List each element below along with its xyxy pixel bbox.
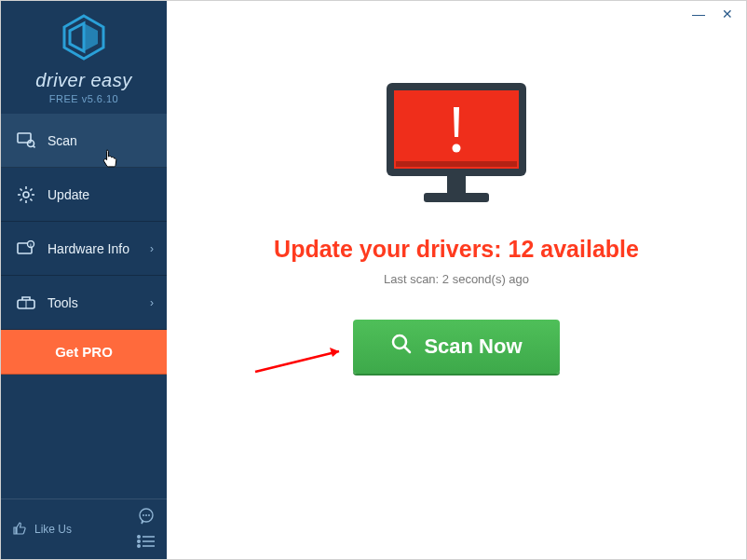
last-scan-text: Last scan: 2 second(s) ago bbox=[384, 272, 529, 286]
like-us-label: Like Us bbox=[34, 523, 72, 536]
alert-monitor-icon bbox=[377, 75, 536, 219]
brand-block: driver easy FREE v5.6.10 bbox=[1, 1, 167, 114]
svg-point-26 bbox=[138, 545, 140, 547]
update-headline: Update your drivers: 12 available bbox=[274, 236, 639, 263]
menu-list-icon[interactable] bbox=[137, 535, 156, 552]
nav-item-scan[interactable]: Scan bbox=[1, 114, 167, 168]
magnify-icon bbox=[390, 333, 413, 361]
svg-point-20 bbox=[145, 514, 147, 516]
gear-icon bbox=[16, 185, 36, 204]
nav-item-tools[interactable]: Tools › bbox=[1, 276, 167, 330]
chevron-right-icon: › bbox=[150, 242, 154, 255]
feedback-icon[interactable] bbox=[137, 507, 156, 529]
svg-line-11 bbox=[20, 198, 22, 200]
svg-line-12 bbox=[30, 188, 32, 190]
svg-point-4 bbox=[23, 192, 29, 198]
thumbs-up-icon bbox=[12, 521, 27, 539]
app-name: driver easy bbox=[35, 70, 131, 91]
svg-point-24 bbox=[138, 540, 140, 542]
sidebar: driver easy FREE v5.6.10 Scan Update i H… bbox=[1, 1, 167, 559]
svg-line-9 bbox=[20, 188, 22, 190]
nav-item-label: Hardware Info bbox=[48, 241, 129, 256]
app-version: FREE v5.6.10 bbox=[49, 93, 118, 104]
chevron-right-icon: › bbox=[150, 296, 154, 309]
app-logo-icon bbox=[61, 14, 107, 64]
hardware-info-icon: i bbox=[16, 240, 36, 257]
get-pro-button[interactable]: Get PRO bbox=[1, 330, 167, 375]
svg-point-21 bbox=[148, 514, 150, 516]
svg-rect-31 bbox=[447, 176, 466, 193]
sidebar-footer: Like Us bbox=[1, 499, 167, 559]
minimize-button[interactable]: — bbox=[692, 7, 705, 20]
scan-now-button[interactable]: Scan Now bbox=[353, 320, 559, 374]
svg-line-35 bbox=[404, 347, 410, 352]
nav-item-label: Tools bbox=[48, 295, 78, 310]
svg-rect-30 bbox=[396, 161, 517, 167]
svg-line-3 bbox=[34, 145, 35, 147]
nav-item-hardware-info[interactable]: i Hardware Info › bbox=[1, 222, 167, 276]
like-us-button[interactable]: Like Us bbox=[12, 521, 72, 539]
nav-item-label: Update bbox=[48, 187, 89, 202]
svg-line-10 bbox=[30, 198, 32, 200]
tools-icon bbox=[16, 294, 36, 311]
nav-item-update[interactable]: Update bbox=[1, 168, 167, 222]
nav-item-label: Scan bbox=[48, 133, 77, 148]
scan-now-label: Scan Now bbox=[424, 335, 522, 359]
svg-point-33 bbox=[453, 144, 461, 153]
nav: Scan Update i Hardware Info › Tools › Ge… bbox=[1, 114, 167, 375]
scan-icon bbox=[16, 132, 36, 149]
svg-rect-32 bbox=[424, 193, 489, 202]
svg-point-22 bbox=[138, 536, 140, 538]
main-panel: Update your drivers: 12 available Last s… bbox=[167, 1, 746, 559]
close-button[interactable]: ✕ bbox=[722, 7, 733, 20]
svg-point-19 bbox=[143, 514, 144, 516]
